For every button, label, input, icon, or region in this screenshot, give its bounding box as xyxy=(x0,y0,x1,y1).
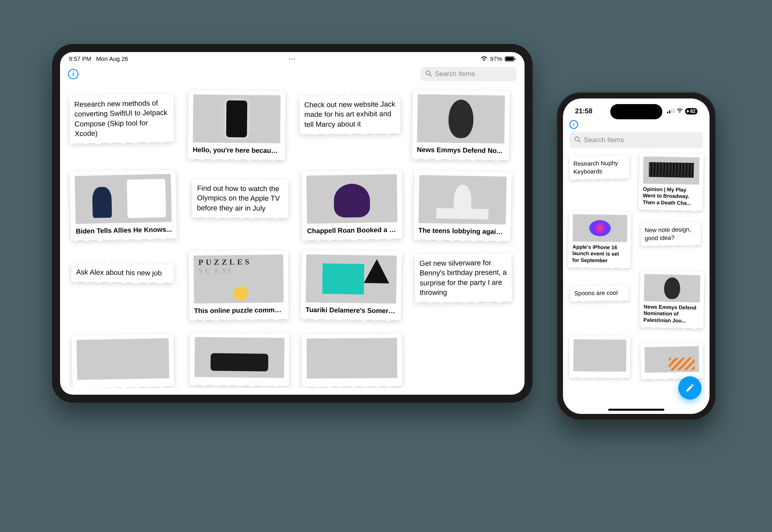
note-body: New note design, good idea? xyxy=(645,225,697,242)
note-body: Get new silverware for Benny's birthday … xyxy=(420,258,507,297)
note-card[interactable]: Research new methods of converting Swift… xyxy=(69,94,174,144)
card-title: News Emmys Defend No... xyxy=(417,145,504,155)
card-thumbnail xyxy=(306,254,397,303)
note-card[interactable]: Ask Alex about his new job xyxy=(71,263,174,283)
card-thumbnail xyxy=(307,338,398,379)
card-title: Chappell Roan Booked a Tou... xyxy=(307,225,398,235)
link-card[interactable]: Tuariki Delamere's Somersa... xyxy=(301,250,402,320)
search-icon xyxy=(425,70,432,78)
search-icon xyxy=(574,136,581,144)
note-card[interactable]: New note design, good idea? xyxy=(641,222,701,246)
card-thumbnail xyxy=(573,214,627,242)
ipad-status-bar: 9:57 PM Mon Aug 26 ••• 97% xyxy=(60,52,525,63)
link-card[interactable]: News Emmys Defend No... xyxy=(412,90,510,160)
card-title: The teens lobbying again... xyxy=(418,226,506,236)
card-title: Apple's iPhone 16 launch event is set fo… xyxy=(572,244,627,264)
svg-rect-1 xyxy=(506,57,514,60)
card-thumbnail: PUZZLES S C E Y I xyxy=(193,255,283,303)
link-card[interactable]: Chappell Roan Booked a Tou... xyxy=(302,170,403,240)
wifi-icon xyxy=(480,56,488,62)
link-card[interactable] xyxy=(640,343,704,379)
status-time: 21:58 xyxy=(575,107,592,115)
iphone-screen: 21:58 82 i xyxy=(563,98,710,414)
card-thumbnail xyxy=(573,339,627,371)
status-date: Mon Aug 26 xyxy=(96,55,128,62)
svg-rect-2 xyxy=(515,58,515,60)
info-button[interactable]: i xyxy=(68,69,78,79)
link-card[interactable]: Apple's iPhone 16 launch event is set fo… xyxy=(568,211,631,268)
link-card[interactable] xyxy=(72,334,174,388)
card-thumbnail: Gemini xyxy=(195,337,285,378)
ipad-screen: 9:57 PM Mon Aug 26 ••• 97% i xyxy=(60,52,525,395)
iphone-device-frame: 21:58 82 i xyxy=(557,92,716,420)
svg-line-10 xyxy=(579,141,580,142)
info-button[interactable]: i xyxy=(569,120,578,129)
link-card[interactable]: Hello, you're here because y... xyxy=(188,90,285,160)
card-thumbnail xyxy=(417,94,505,143)
svg-rect-8 xyxy=(673,108,674,113)
card-title: Hello, you're here because y... xyxy=(193,146,280,155)
card-title: Opinion | My Play Went to Broadway. Then… xyxy=(643,186,699,207)
link-card[interactable]: The teens lobbying again... xyxy=(414,171,512,241)
ipad-device-frame: 9:57 PM Mon Aug 26 ••• 97% i xyxy=(52,44,533,403)
note-body: Find out how to watch the Olympics on th… xyxy=(197,183,284,213)
note-card[interactable]: Spoons are cool xyxy=(570,285,629,301)
link-card[interactable]: Opinion | My Play Went to Broadway. Then… xyxy=(639,153,704,211)
card-title: News Emmys Defend Nomination of Palestin… xyxy=(643,304,700,325)
iphone-toolbar: i xyxy=(563,117,710,151)
pencil-icon xyxy=(685,383,695,393)
card-thumbnail xyxy=(418,175,507,225)
note-body: Spoons are cool xyxy=(574,289,625,297)
link-card[interactable] xyxy=(569,336,631,378)
card-thumbnail xyxy=(644,346,699,373)
multitask-dots-icon[interactable]: ••• xyxy=(289,56,296,61)
puzzle-text: PUZZLES xyxy=(198,257,251,267)
battery-percent: 82 xyxy=(690,108,696,114)
wifi-icon xyxy=(676,107,683,115)
search-input[interactable] xyxy=(435,70,512,78)
home-indicator[interactable] xyxy=(608,409,664,411)
note-body: Research Nuphy Keyboards xyxy=(573,159,626,176)
card-thumbnail xyxy=(76,338,169,380)
note-body: Check out new website Jack made for his … xyxy=(304,99,396,129)
note-card[interactable]: Find out how to watch the Olympics on th… xyxy=(192,179,289,218)
card-thumbnail xyxy=(644,274,700,303)
card-thumbnail xyxy=(74,174,171,224)
battery-icon xyxy=(505,56,516,62)
dynamic-island xyxy=(610,104,662,119)
compose-button[interactable] xyxy=(678,376,702,400)
card-thumbnail xyxy=(643,157,700,185)
card-title: Tuariki Delamere's Somersa... xyxy=(306,305,396,315)
link-card[interactable]: Biden Tells Allies He Knows... xyxy=(70,170,177,241)
note-card[interactable]: Research Nuphy Keyboards xyxy=(569,155,629,179)
card-title: Biden Tells Allies He Knows... xyxy=(76,225,172,235)
ipad-toolbar: i xyxy=(60,63,525,84)
link-card[interactable]: PUZZLES S C E Y I This online puzzle com… xyxy=(189,251,289,320)
svg-rect-5 xyxy=(667,112,668,113)
link-card[interactable]: Gemini xyxy=(189,333,289,386)
link-card[interactable] xyxy=(302,334,402,387)
search-field[interactable] xyxy=(420,67,517,81)
note-card[interactable]: Check out new website Jack made for his … xyxy=(300,95,401,134)
battery-percent: 97% xyxy=(490,55,502,62)
ipad-card-grid[interactable]: Research new methods of converting Swift… xyxy=(60,84,525,388)
battery-badge: 82 xyxy=(685,108,698,114)
search-input[interactable] xyxy=(584,136,698,144)
svg-rect-7 xyxy=(671,109,672,113)
search-field[interactable] xyxy=(569,132,703,148)
card-thumbnail xyxy=(193,94,281,143)
card-thumbnail xyxy=(306,174,398,224)
cellular-icon xyxy=(667,107,674,115)
note-body: Ask Alex about his new job xyxy=(76,267,169,278)
note-body: Research new methods of converting Swift… xyxy=(74,98,169,139)
status-time: 9:57 PM xyxy=(69,55,91,62)
card-title: This online puzzle communit... xyxy=(194,306,284,315)
svg-rect-6 xyxy=(669,110,670,113)
iphone-card-grid[interactable]: Research Nuphy Keyboards Opinion | My Pl… xyxy=(563,151,710,414)
svg-line-4 xyxy=(430,74,431,76)
link-card[interactable]: News Emmys Defend Nomination of Palestin… xyxy=(639,271,705,328)
gemini-label: Gemini xyxy=(220,356,234,361)
note-card[interactable]: Get new silverware for Benny's birthday … xyxy=(414,254,512,302)
